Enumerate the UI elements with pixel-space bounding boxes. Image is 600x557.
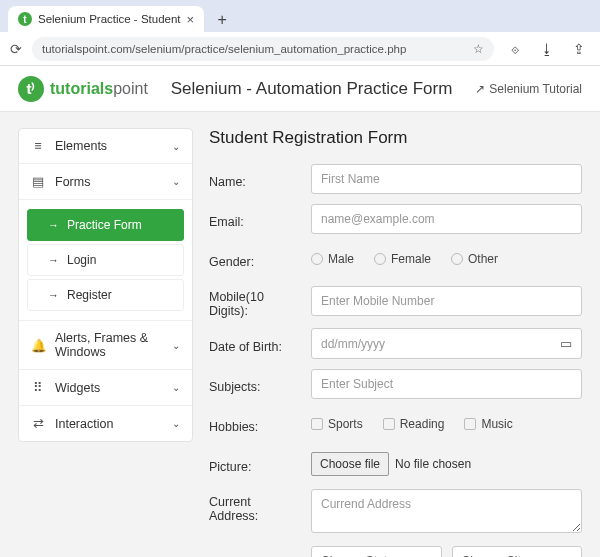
radio-icon (451, 253, 463, 265)
reload-icon[interactable]: ⟳ (10, 41, 22, 57)
radio-icon (374, 253, 386, 265)
tab-title: Selenium Practice - Student (38, 13, 181, 25)
widgets-icon: ⠿ (31, 380, 45, 395)
external-link-icon: ↗ (475, 82, 485, 96)
dob-input[interactable]: dd/mm/yyyy ▭ (311, 328, 582, 359)
bell-icon: 🔔 (31, 338, 45, 353)
url-text: tutorialspoint.com/selenium/practice/sel… (42, 43, 406, 55)
sidebar-sub-practice-form[interactable]: → Practice Form (27, 209, 184, 241)
mobile-label: Mobile(10 Digits): (209, 284, 299, 318)
forms-icon: ▤ (31, 174, 45, 189)
sidebar-item-label: Register (67, 288, 112, 302)
hobby-option-reading[interactable]: Reading (383, 417, 445, 431)
chevron-down-icon: ⌄ (172, 418, 180, 429)
sidebar: ≡ Elements ⌄ ▤ Forms ⌄ → Practice Form →… (18, 128, 193, 442)
calendar-icon[interactable]: ▭ (560, 336, 572, 351)
sidebar-item-label: Login (67, 253, 96, 267)
hobby-option-music[interactable]: Music (464, 417, 512, 431)
choose-file-button[interactable]: Choose file (311, 452, 389, 476)
chevron-down-icon: ⌄ (172, 176, 180, 187)
chevron-down-icon: ⌄ (172, 340, 180, 351)
subjects-input[interactable] (311, 369, 582, 399)
bookmark-star-icon[interactable]: ☆ (473, 42, 484, 56)
subjects-label: Subjects: (209, 374, 299, 394)
site-logo[interactable]: t⁾ tutorialspoint (18, 76, 148, 102)
sidebar-sub-register[interactable]: → Register (27, 279, 184, 311)
file-status-text: No file chosen (395, 457, 471, 471)
name-input[interactable] (311, 164, 582, 194)
checkbox-icon (311, 418, 323, 430)
arrow-right-icon: → (48, 254, 59, 266)
sidebar-item-label: Elements (55, 139, 107, 153)
site-header: t⁾ tutorialspoint Selenium - Automation … (0, 66, 600, 112)
sidebar-item-forms[interactable]: ▤ Forms ⌄ (19, 164, 192, 200)
logo-mark-icon: t⁾ (18, 76, 44, 102)
sidebar-item-interaction[interactable]: ⇄ Interaction ⌄ (19, 406, 192, 441)
interaction-icon: ⇄ (31, 416, 45, 431)
main-content: ≡ Elements ⌄ ▤ Forms ⌄ → Practice Form →… (0, 112, 600, 557)
elements-icon: ≡ (31, 139, 45, 153)
sidebar-item-label: Widgets (55, 381, 100, 395)
gender-options: Male Female Other (311, 252, 582, 266)
sidebar-item-label: Forms (55, 175, 90, 189)
state-select[interactable]: Choose State (311, 546, 442, 557)
hobbies-label: Hobbies: (209, 414, 299, 434)
radio-icon (311, 253, 323, 265)
sidebar-sub-login[interactable]: → Login (27, 244, 184, 276)
logo-text: tutorialspoint (50, 80, 148, 98)
location-label: State and City (209, 551, 299, 557)
gender-option-male[interactable]: Male (311, 252, 354, 266)
form-panel: Student Registration Form Name: Email: G… (209, 128, 582, 557)
page-title: Selenium - Automation Practice Form (162, 79, 461, 99)
address-label: Current Address: (209, 489, 299, 523)
favicon-icon: t (18, 12, 32, 26)
address-input[interactable]: tutorialspoint.com/selenium/practice/sel… (32, 37, 494, 61)
arrow-right-icon: → (48, 219, 59, 231)
name-label: Name: (209, 169, 299, 189)
sidebar-item-label: Interaction (55, 417, 113, 431)
hobby-option-sports[interactable]: Sports (311, 417, 363, 431)
city-select[interactable]: Choose City (452, 546, 583, 557)
browser-tab-active[interactable]: t Selenium Practice - Student × (8, 6, 204, 32)
chevron-down-icon: ⌄ (172, 141, 180, 152)
chevron-down-icon: ⌄ (172, 382, 180, 393)
email-input[interactable] (311, 204, 582, 234)
gender-label: Gender: (209, 249, 299, 269)
sidebar-item-label: Alerts, Frames & Windows (55, 331, 162, 359)
gender-option-other[interactable]: Other (451, 252, 498, 266)
hobbies-options: Sports Reading Music (311, 417, 582, 431)
form-title: Student Registration Form (209, 128, 582, 148)
address-input[interactable] (311, 489, 582, 533)
arrow-right-icon: → (48, 289, 59, 301)
extensions-icon[interactable]: ⟐ (504, 41, 526, 57)
share-icon[interactable]: ⇪ (568, 41, 590, 57)
email-label: Email: (209, 209, 299, 229)
sidebar-item-elements[interactable]: ≡ Elements ⌄ (19, 129, 192, 164)
mobile-input[interactable] (311, 286, 582, 316)
sidebar-item-alerts[interactable]: 🔔 Alerts, Frames & Windows ⌄ (19, 321, 192, 370)
browser-address-bar: ⟳ tutorialspoint.com/selenium/practice/s… (0, 32, 600, 66)
sidebar-item-label: Practice Form (67, 218, 142, 232)
sidebar-forms-subitems: → Practice Form → Login → Register (19, 200, 192, 321)
dob-label: Date of Birth: (209, 334, 299, 354)
checkbox-icon (464, 418, 476, 430)
download-icon[interactable]: ⭳ (536, 41, 558, 57)
checkbox-icon (383, 418, 395, 430)
sidebar-item-widgets[interactable]: ⠿ Widgets ⌄ (19, 370, 192, 406)
close-tab-icon[interactable]: × (187, 12, 195, 27)
browser-tab-bar: t Selenium Practice - Student × + (0, 0, 600, 32)
picture-label: Picture: (209, 454, 299, 474)
tutorial-link[interactable]: ↗ Selenium Tutorial (475, 82, 582, 96)
new-tab-button[interactable]: + (210, 8, 234, 32)
gender-option-female[interactable]: Female (374, 252, 431, 266)
